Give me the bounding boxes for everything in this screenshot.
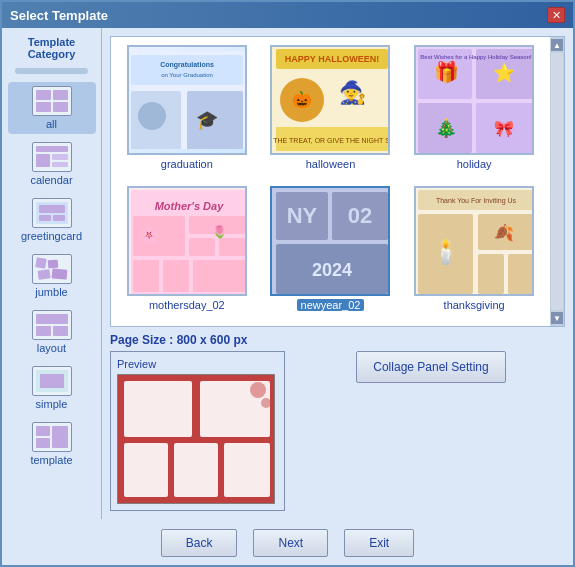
svg-rect-17 [36, 326, 51, 336]
svg-rect-21 [36, 426, 50, 436]
sidebar-icon-simple [32, 366, 72, 396]
svg-rect-20 [40, 374, 64, 388]
svg-text:Congratulations: Congratulations [160, 61, 214, 69]
svg-point-85 [261, 398, 271, 408]
template-label-mothersday: mothersday_02 [149, 299, 225, 311]
svg-rect-23 [36, 438, 50, 448]
svg-rect-10 [39, 215, 51, 221]
mothersday-thumb-svg: Mother's Day 🌸 🌷 [129, 188, 247, 296]
svg-text:🎁: 🎁 [434, 60, 459, 84]
svg-rect-7 [52, 162, 68, 167]
select-template-window: Select Template ✕ Template Category all [0, 0, 575, 567]
svg-text:HAPPY HALLOWEEN!: HAPPY HALLOWEEN! [285, 54, 379, 64]
svg-rect-13 [47, 260, 58, 269]
sidebar-item-greetingcard[interactable]: greetingcard [8, 194, 96, 246]
svg-rect-5 [36, 154, 50, 167]
svg-rect-79 [124, 381, 192, 437]
greetingcard-icon-svg [34, 200, 70, 226]
svg-text:🍂: 🍂 [494, 223, 514, 242]
exit-button[interactable]: Exit [344, 529, 414, 557]
svg-rect-74 [478, 254, 504, 294]
svg-rect-75 [508, 254, 534, 294]
svg-text:on Your Graduation: on Your Graduation [161, 72, 213, 78]
graduation-thumb-svg: Congratulations on Your Graduation 🎓 [127, 51, 247, 149]
sidebar-label-layout: layout [37, 342, 66, 354]
sidebar-item-jumble[interactable]: jumble [8, 250, 96, 302]
svg-text:🎀: 🎀 [494, 119, 514, 138]
template-grid: Congratulations on Your Graduation 🎓 gra… [111, 37, 550, 326]
sidebar-item-all[interactable]: all [8, 82, 96, 134]
svg-rect-59 [193, 260, 245, 292]
template-item-newyear[interactable]: NY 02 2024 newyear_02 [263, 186, 399, 319]
svg-rect-55 [189, 238, 215, 256]
svg-text:NY: NY [287, 203, 318, 228]
sidebar-label-template: template [30, 454, 72, 466]
sidebar: Template Category all [2, 28, 102, 519]
preview-box: Preview [110, 351, 285, 511]
sidebar-icon-calendar [32, 142, 72, 172]
sidebar-title: Template Category [6, 36, 97, 60]
sidebar-icon-all [32, 86, 72, 116]
sidebar-item-layout[interactable]: layout [8, 306, 96, 358]
title-bar: Select Template ✕ [2, 2, 573, 28]
template-item-graduation[interactable]: Congratulations on Your Graduation 🎓 gra… [119, 45, 255, 178]
svg-rect-57 [133, 260, 159, 292]
template-label-halloween: halloween [306, 158, 356, 170]
svg-text:🎃: 🎃 [292, 90, 312, 109]
sidebar-icon-layout [32, 310, 72, 340]
template-thumb-halloween: HAPPY HALLOWEEN! 🎃 🧙 KEEP THE TREAT, OR … [270, 45, 390, 155]
calendar-icon-svg [34, 144, 70, 170]
svg-text:02: 02 [348, 203, 372, 228]
template-scrollbar[interactable]: ▲ ▼ [550, 37, 564, 326]
svg-rect-82 [174, 443, 218, 497]
layout-icon-svg [34, 312, 70, 338]
next-button[interactable]: Next [253, 529, 328, 557]
scroll-up-arrow[interactable]: ▲ [551, 39, 563, 51]
back-button[interactable]: Back [161, 529, 238, 557]
template-icon-svg [34, 424, 70, 450]
svg-rect-1 [53, 90, 68, 100]
sidebar-icon-greetingcard [32, 198, 72, 228]
template-item-halloween[interactable]: HAPPY HALLOWEEN! 🎃 🧙 KEEP THE TREAT, OR … [263, 45, 399, 178]
sidebar-item-simple[interactable]: simple [8, 362, 96, 414]
svg-rect-18 [53, 326, 68, 336]
sidebar-item-template[interactable]: template [8, 418, 96, 470]
svg-rect-58 [163, 260, 189, 292]
simple-icon-svg [34, 368, 70, 394]
template-item-thanksgiving[interactable]: Thank You For Inviting Us 🕯️ 🍂 thanksgiv… [406, 186, 542, 319]
svg-rect-14 [37, 269, 50, 280]
svg-text:🎓: 🎓 [196, 109, 219, 131]
svg-rect-22 [52, 426, 68, 448]
sidebar-label-simple: simple [36, 398, 68, 410]
scroll-down-arrow[interactable]: ▼ [551, 312, 563, 324]
close-button[interactable]: ✕ [547, 7, 565, 23]
sidebar-label-all: all [46, 118, 57, 130]
svg-rect-12 [35, 257, 47, 269]
thanksgiving-thumb-svg: Thank You For Inviting Us 🕯️ 🍂 [416, 188, 534, 296]
sidebar-item-calendar[interactable]: calendar [8, 138, 96, 190]
svg-text:🎄: 🎄 [435, 117, 458, 139]
main-area: Congratulations on Your Graduation 🎓 gra… [102, 28, 573, 519]
template-item-mothersday[interactable]: Mother's Day 🌸 🌷 [119, 186, 255, 319]
template-thumb-newyear: NY 02 2024 [270, 186, 390, 296]
template-thumb-graduation: Congratulations on Your Graduation 🎓 [127, 45, 247, 155]
halloween-thumb-svg: HAPPY HALLOWEEN! 🎃 🧙 KEEP THE TREAT, OR … [272, 45, 388, 155]
holiday-thumb-svg: 🎁 ⭐ 🎄 🎀 Best Wishes for a Happy Holiday … [416, 47, 534, 155]
template-thumb-mothersday: Mother's Day 🌸 🌷 [127, 186, 247, 296]
template-thumb-holiday: 🎁 ⭐ 🎄 🎀 Best Wishes for a Happy Holiday … [414, 45, 534, 155]
svg-text:🧙: 🧙 [339, 79, 367, 106]
template-label-thanksgiving: thanksgiving [444, 299, 505, 311]
sidebar-label-jumble: jumble [35, 286, 67, 298]
svg-rect-25 [131, 55, 243, 85]
svg-rect-81 [124, 443, 168, 497]
svg-rect-2 [36, 102, 51, 112]
newyear-thumb-svg: NY 02 2024 [272, 188, 390, 296]
svg-rect-15 [51, 268, 67, 279]
collage-panel-button[interactable]: Collage Panel Setting [356, 351, 505, 383]
sidebar-label-calendar: calendar [30, 174, 72, 186]
template-grid-container: Congratulations on Your Graduation 🎓 gra… [110, 36, 565, 327]
template-label-graduation: graduation [161, 158, 213, 170]
template-item-holiday[interactable]: 🎁 ⭐ 🎄 🎀 Best Wishes for a Happy Holiday … [406, 45, 542, 178]
svg-text:Mother's Day: Mother's Day [155, 200, 225, 212]
svg-rect-16 [36, 314, 68, 324]
